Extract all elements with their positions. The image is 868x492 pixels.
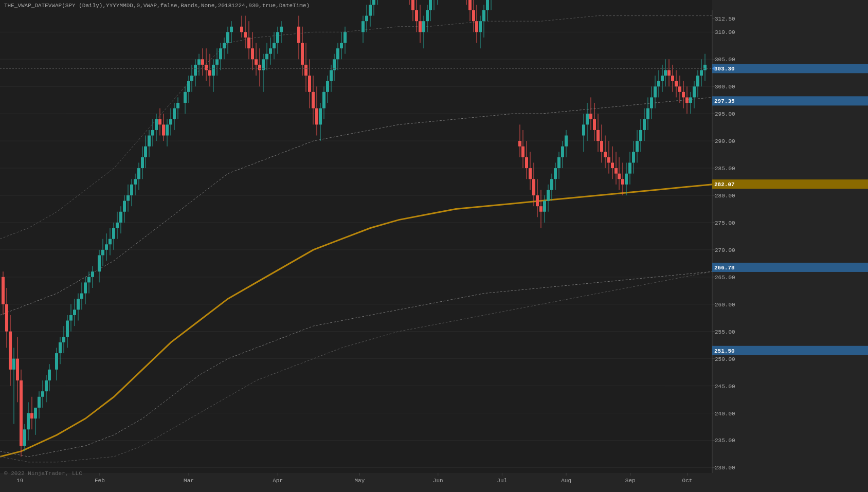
chart-container: THE_VWAP_DATEVWAP(SPY (Daily),YYYYMMDD,0… [0,0,868,492]
chart-title: THE_VWAP_DATEVWAP(SPY (Daily),YYYYMMDD,0… [4,3,310,9]
copyright-text: © 2022 NinjaTrader, LLC [4,470,82,477]
